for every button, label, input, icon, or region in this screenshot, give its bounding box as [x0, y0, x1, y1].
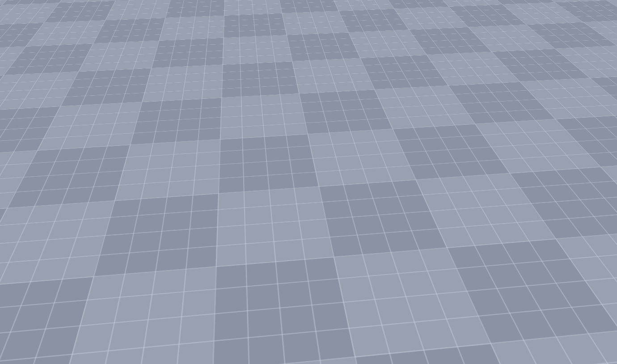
property-row-name[interactable]: NamePart [404, 218, 589, 230]
property-name-cell: MaterialVariant [404, 135, 495, 147]
property-row-materialvariant[interactable]: MaterialVariant [404, 135, 589, 148]
property-value-cell[interactable]: 1add7f8547fbec0806863c79000… [495, 266, 589, 277]
property-value-cell[interactable] [495, 207, 589, 218]
property-label: Material [418, 126, 438, 132]
caret-down-icon[interactable] [408, 175, 412, 178]
property-value[interactable]: Right, Top, Back, Left, Bottom, … [499, 244, 585, 251]
checkbox-locked[interactable] [499, 209, 506, 215]
property-label: Archivable [418, 185, 445, 192]
caret-right-icon[interactable] [419, 317, 422, 320]
property-label: BrickColor [418, 90, 444, 97]
section-header-transform[interactable]: Transform [404, 278, 589, 290]
property-value-cell[interactable]: Part [495, 195, 589, 206]
part-center-marker[interactable] [210, 197, 214, 201]
drag-handle-top[interactable] [166, 32, 176, 42]
drag-handle-center-dot [209, 142, 212, 145]
property-row-parent[interactable]: ParentWorkspace [404, 230, 589, 242]
property-value[interactable]: Part [499, 197, 510, 203]
property-row-uniqueid[interactable]: UniqueId1add7f8547fbec0806863c79000… [404, 266, 589, 278]
panel-titlebar[interactable]: Properties - Part "Part" × [404, 50, 596, 62]
property-value[interactable]: Plastic [499, 126, 516, 132]
filter-dropdown-icon[interactable] [588, 66, 592, 68]
property-value-cell[interactable]: Part [495, 218, 589, 230]
section-header-appearance[interactable]: Appearance [404, 76, 589, 88]
property-row-castshadow[interactable]: CastShadow✓ [404, 100, 589, 112]
property-row-transparency[interactable]: Transparencyinf [404, 159, 589, 171]
color-swatch-icon[interactable] [499, 90, 506, 97]
close-icon[interactable]: × [584, 50, 592, 61]
property-label: Parent [418, 233, 435, 239]
property-value-cell[interactable]: ✓ [495, 100, 589, 111]
scrollbar-thumb[interactable] [591, 84, 595, 176]
property-value-cell[interactable]: 1 [495, 254, 589, 266]
property-row-size[interactable]: Size20, 1, 28 [404, 289, 589, 301]
property-row-locked[interactable]: Locked [404, 207, 589, 219]
property-value[interactable]: 1add7f8547fbec0806863c79000… [499, 268, 589, 275]
checkbox-archivable[interactable]: ✓ [499, 185, 506, 191]
property-label: Color [418, 114, 431, 121]
scroll-up-button[interactable] [590, 73, 596, 80]
property-name-cell: Material [404, 123, 495, 135]
drag-handle-right-dot [389, 140, 391, 143]
property-label: ClassName [418, 197, 448, 203]
caret-down-icon[interactable] [408, 80, 412, 83]
property-row-cframe[interactable]: CFrame [404, 301, 589, 313]
property-label: Locked [418, 209, 436, 216]
property-value-cell[interactable]: Right, Top, Back, Left, Bottom, … [495, 242, 589, 254]
property-row-classname[interactable]: ClassNamePart [404, 195, 589, 207]
property-value[interactable]: Part [499, 220, 510, 227]
property-row-color[interactable]: Color[163, 162, 165] (Medium sto… [404, 112, 589, 124]
property-name-cell: Archivable [404, 183, 495, 195]
property-value-cell[interactable]: Medium stone grey [495, 88, 589, 100]
property-label: Transparency [418, 161, 453, 168]
property-row-reflectance[interactable]: Reflectance0 [404, 147, 589, 159]
property-row-brickcolor[interactable]: BrickColorMedium stone grey [404, 88, 589, 100]
property-value[interactable]: 20, 1, 28 [499, 292, 522, 298]
property-value-cell[interactable]: Workspace [495, 230, 589, 242]
property-value-cell[interactable]: [163, 162, 165] (Medium sto… [495, 112, 589, 123]
checkbox-castshadow[interactable]: ✓ [499, 102, 506, 109]
property-row-resizeablefaces[interactable]: ResizeableFacesRight, Top, Back, Left, B… [404, 242, 589, 254]
scrollbar[interactable] [589, 73, 596, 325]
property-value[interactable]: [163, 162, 165] (Medium sto… [510, 114, 588, 121]
triangle-down-icon [591, 320, 595, 322]
property-value[interactable]: inf [499, 161, 506, 168]
property-label: Reflectance [418, 149, 448, 156]
property-row-archivable[interactable]: Archivable✓ [404, 183, 589, 195]
caret-right-icon[interactable] [409, 245, 411, 249]
property-value-cell[interactable]: inf [495, 159, 589, 171]
property-value-cell[interactable]: 20, 1, 28 [495, 289, 589, 301]
property-value-cell[interactable]: 0 [495, 147, 589, 159]
color-swatch-icon[interactable] [499, 114, 506, 121]
property-name-cell: Name [404, 218, 495, 230]
property-value-cell[interactable] [495, 135, 589, 147]
property-name-cell: BrickColor [404, 88, 495, 100]
property-value[interactable]: 1 [499, 256, 503, 263]
property-label: CastShadow [418, 102, 451, 109]
property-name-cell: CFrame [404, 301, 495, 313]
scroll-down-button[interactable] [590, 317, 596, 324]
property-value-cell[interactable]: 158, 0.5, 98 [495, 313, 589, 325]
property-row-position[interactable]: Position158, 0.5, 98 [404, 313, 589, 325]
property-label: MaterialVariant [418, 138, 456, 144]
property-label: Transform [418, 280, 446, 287]
property-value[interactable]: Workspace [499, 233, 528, 239]
property-label: Size [418, 292, 429, 298]
property-value[interactable]: 0 [499, 149, 503, 156]
property-value-cell[interactable] [495, 301, 589, 313]
property-value[interactable]: Medium stone grey [510, 90, 559, 97]
filter-properties-input[interactable] [405, 62, 595, 72]
caret-down-icon[interactable] [408, 282, 412, 284]
property-name-cell: Color [404, 112, 495, 123]
property-name-cell: Parent [404, 230, 495, 242]
caret-down-icon[interactable] [408, 305, 412, 308]
property-value-cell[interactable]: ✓ [495, 183, 589, 195]
caret-right-icon[interactable] [409, 293, 411, 296]
property-value[interactable]: 158, 0.5, 98 [499, 315, 530, 322]
property-row-resizeincrement[interactable]: ResizeIncrement1 [404, 254, 589, 266]
property-value-cell[interactable]: Plastic [495, 123, 589, 135]
section-header-data[interactable]: Data [404, 171, 589, 183]
property-row-material[interactable]: MaterialPlastic [404, 123, 589, 135]
triangle-up-icon [591, 75, 595, 77]
properties-panel: Properties - Part "Part" × AppearanceBri… [403, 49, 596, 326]
